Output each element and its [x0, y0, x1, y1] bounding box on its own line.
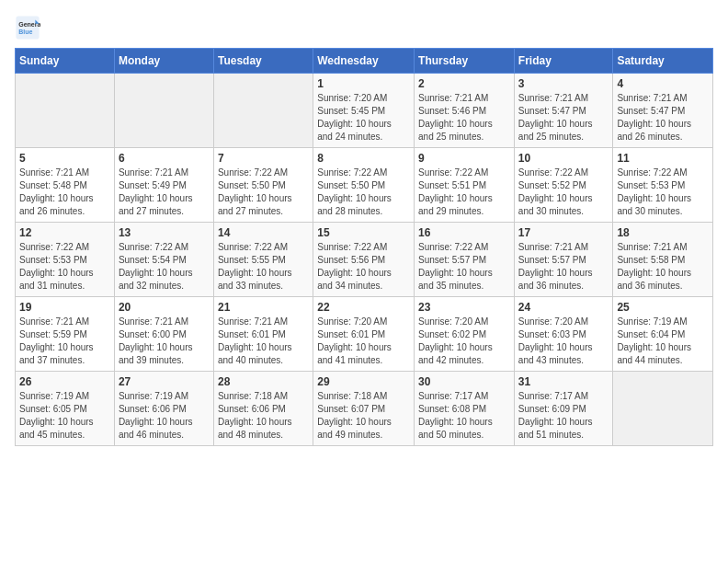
day-number: 29: [317, 375, 410, 388]
day-info: Sunrise: 7:22 AMSunset: 5:53 PMDaylight:…: [617, 167, 709, 218]
calendar-cell: 2Sunrise: 7:21 AMSunset: 5:46 PMDaylight…: [415, 74, 515, 148]
day-info: Sunrise: 7:20 AMSunset: 6:03 PMDaylight:…: [518, 316, 609, 367]
header-saturday: Saturday: [613, 49, 713, 74]
day-number: 4: [617, 77, 709, 90]
calendar-cell: 14Sunrise: 7:22 AMSunset: 5:55 PMDayligh…: [213, 223, 313, 297]
calendar-cell: 31Sunrise: 7:17 AMSunset: 6:09 PMDayligh…: [514, 372, 613, 446]
calendar-cell: 17Sunrise: 7:21 AMSunset: 5:57 PMDayligh…: [514, 223, 613, 297]
day-info: Sunrise: 7:22 AMSunset: 5:52 PMDaylight:…: [518, 167, 609, 218]
calendar-week-4: 19Sunrise: 7:21 AMSunset: 5:59 PMDayligh…: [16, 297, 713, 372]
calendar-header-row: SundayMondayTuesdayWednesdayThursdayFrid…: [16, 49, 713, 74]
day-info: Sunrise: 7:21 AMSunset: 5:59 PMDaylight:…: [19, 316, 110, 367]
calendar-cell: 28Sunrise: 7:18 AMSunset: 6:06 PMDayligh…: [213, 372, 313, 446]
day-number: 27: [119, 375, 210, 388]
day-info: Sunrise: 7:17 AMSunset: 6:08 PMDaylight:…: [418, 390, 510, 442]
calendar-cell: 13Sunrise: 7:22 AMSunset: 5:54 PMDayligh…: [114, 223, 213, 297]
calendar-cell: 18Sunrise: 7:21 AMSunset: 5:58 PMDayligh…: [613, 223, 713, 297]
day-number: 28: [218, 375, 309, 388]
day-info: Sunrise: 7:22 AMSunset: 5:55 PMDaylight:…: [218, 241, 309, 293]
calendar-cell: 16Sunrise: 7:22 AMSunset: 5:57 PMDayligh…: [415, 223, 515, 297]
calendar-table: SundayMondayTuesdayWednesdayThursdayFrid…: [15, 48, 713, 446]
day-info: Sunrise: 7:22 AMSunset: 5:51 PMDaylight:…: [418, 167, 510, 218]
page-header: General Blue: [15, 15, 713, 40]
day-number: 1: [317, 77, 410, 90]
day-number: 25: [617, 301, 709, 314]
day-info: Sunrise: 7:22 AMSunset: 5:53 PMDaylight:…: [19, 241, 110, 293]
day-number: 11: [617, 152, 709, 165]
calendar-cell: 20Sunrise: 7:21 AMSunset: 6:00 PMDayligh…: [114, 297, 213, 372]
calendar-cell: 27Sunrise: 7:19 AMSunset: 6:06 PMDayligh…: [114, 372, 213, 446]
calendar-cell: 25Sunrise: 7:19 AMSunset: 6:04 PMDayligh…: [613, 297, 713, 372]
day-number: 16: [418, 226, 510, 239]
calendar-cell: 3Sunrise: 7:21 AMSunset: 5:47 PMDaylight…: [514, 74, 613, 148]
calendar-cell: 26Sunrise: 7:19 AMSunset: 6:05 PMDayligh…: [16, 372, 115, 446]
day-number: 3: [518, 77, 609, 90]
day-number: 20: [119, 301, 210, 314]
calendar-cell: 21Sunrise: 7:21 AMSunset: 6:01 PMDayligh…: [213, 297, 313, 372]
day-number: 14: [218, 226, 309, 239]
day-info: Sunrise: 7:21 AMSunset: 5:47 PMDaylight:…: [617, 92, 709, 144]
svg-text:Blue: Blue: [18, 29, 32, 35]
day-info: Sunrise: 7:22 AMSunset: 5:50 PMDaylight:…: [317, 167, 410, 218]
day-number: 15: [317, 226, 410, 239]
calendar-cell: 30Sunrise: 7:17 AMSunset: 6:08 PMDayligh…: [415, 372, 515, 446]
day-number: 5: [19, 152, 110, 165]
day-number: 8: [317, 152, 410, 165]
day-info: Sunrise: 7:17 AMSunset: 6:09 PMDaylight:…: [518, 390, 609, 442]
day-info: Sunrise: 7:21 AMSunset: 5:47 PMDaylight:…: [518, 92, 609, 144]
header-sunday: Sunday: [16, 49, 115, 74]
day-info: Sunrise: 7:18 AMSunset: 6:06 PMDaylight:…: [218, 390, 309, 442]
calendar-cell: 23Sunrise: 7:20 AMSunset: 6:02 PMDayligh…: [415, 297, 515, 372]
day-info: Sunrise: 7:22 AMSunset: 5:57 PMDaylight:…: [418, 241, 510, 293]
calendar-cell: 7Sunrise: 7:22 AMSunset: 5:50 PMDaylight…: [213, 148, 313, 223]
calendar-week-1: 1Sunrise: 7:20 AMSunset: 5:45 PMDaylight…: [16, 74, 713, 148]
calendar-cell: [114, 74, 213, 148]
day-number: 17: [518, 226, 609, 239]
day-number: 23: [418, 301, 510, 314]
calendar-cell: 10Sunrise: 7:22 AMSunset: 5:52 PMDayligh…: [514, 148, 613, 223]
calendar-week-3: 12Sunrise: 7:22 AMSunset: 5:53 PMDayligh…: [16, 223, 713, 297]
calendar-cell: 5Sunrise: 7:21 AMSunset: 5:48 PMDaylight…: [16, 148, 115, 223]
day-info: Sunrise: 7:21 AMSunset: 6:01 PMDaylight:…: [218, 316, 309, 367]
day-number: 2: [418, 77, 510, 90]
day-info: Sunrise: 7:19 AMSunset: 6:05 PMDaylight:…: [19, 390, 110, 442]
day-info: Sunrise: 7:21 AMSunset: 5:58 PMDaylight:…: [617, 241, 709, 293]
day-number: 24: [518, 301, 609, 314]
day-number: 13: [119, 226, 210, 239]
calendar-cell: 19Sunrise: 7:21 AMSunset: 5:59 PMDayligh…: [16, 297, 115, 372]
day-info: Sunrise: 7:22 AMSunset: 5:54 PMDaylight:…: [119, 241, 210, 293]
calendar-cell: 12Sunrise: 7:22 AMSunset: 5:53 PMDayligh…: [16, 223, 115, 297]
day-number: 18: [617, 226, 709, 239]
calendar-cell: 24Sunrise: 7:20 AMSunset: 6:03 PMDayligh…: [514, 297, 613, 372]
day-number: 22: [317, 301, 410, 314]
day-info: Sunrise: 7:21 AMSunset: 6:00 PMDaylight:…: [119, 316, 210, 367]
day-number: 9: [418, 152, 510, 165]
day-number: 7: [218, 152, 309, 165]
calendar-week-2: 5Sunrise: 7:21 AMSunset: 5:48 PMDaylight…: [16, 148, 713, 223]
calendar-cell: [613, 372, 713, 446]
calendar-cell: 11Sunrise: 7:22 AMSunset: 5:53 PMDayligh…: [613, 148, 713, 223]
svg-rect-0: [16, 16, 39, 39]
day-info: Sunrise: 7:22 AMSunset: 5:50 PMDaylight:…: [218, 167, 309, 218]
calendar-cell: 1Sunrise: 7:20 AMSunset: 5:45 PMDaylight…: [313, 74, 415, 148]
day-info: Sunrise: 7:21 AMSunset: 5:48 PMDaylight:…: [19, 167, 110, 218]
calendar-cell: 4Sunrise: 7:21 AMSunset: 5:47 PMDaylight…: [613, 74, 713, 148]
calendar-cell: 15Sunrise: 7:22 AMSunset: 5:56 PMDayligh…: [313, 223, 415, 297]
calendar-cell: 29Sunrise: 7:18 AMSunset: 6:07 PMDayligh…: [313, 372, 415, 446]
calendar-cell: 8Sunrise: 7:22 AMSunset: 5:50 PMDaylight…: [313, 148, 415, 223]
day-number: 10: [518, 152, 609, 165]
day-number: 19: [19, 301, 110, 314]
calendar-week-5: 26Sunrise: 7:19 AMSunset: 6:05 PMDayligh…: [16, 372, 713, 446]
day-info: Sunrise: 7:21 AMSunset: 5:57 PMDaylight:…: [518, 241, 609, 293]
header-tuesday: Tuesday: [213, 49, 313, 74]
day-number: 12: [19, 226, 110, 239]
calendar-cell: [16, 74, 115, 148]
header-monday: Monday: [114, 49, 213, 74]
logo: General Blue: [15, 15, 40, 40]
day-number: 30: [418, 375, 510, 388]
day-number: 21: [218, 301, 309, 314]
day-info: Sunrise: 7:22 AMSunset: 5:56 PMDaylight:…: [317, 241, 410, 293]
day-info: Sunrise: 7:20 AMSunset: 6:02 PMDaylight:…: [418, 316, 510, 367]
day-info: Sunrise: 7:19 AMSunset: 6:04 PMDaylight:…: [617, 316, 709, 367]
day-info: Sunrise: 7:19 AMSunset: 6:06 PMDaylight:…: [119, 390, 210, 442]
